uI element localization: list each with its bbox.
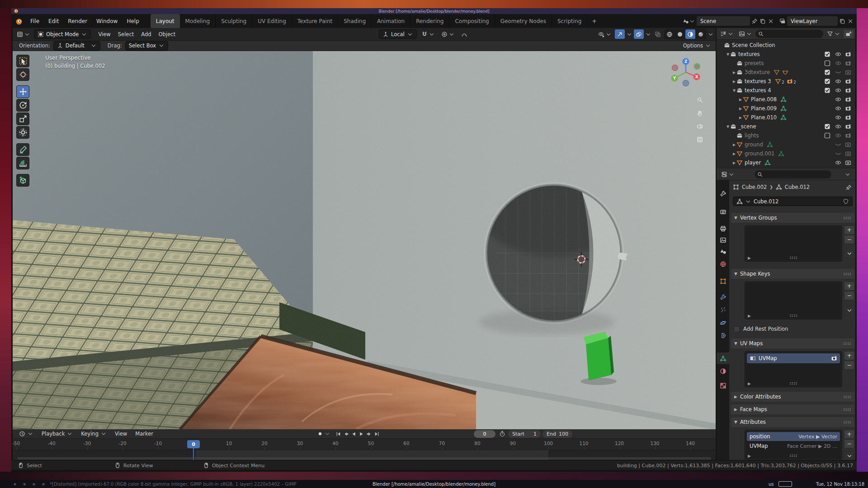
outliner-row-3dtexture[interactable]: ▶ 3dtexture	[717, 68, 855, 77]
exclude-checkbox[interactable]	[824, 51, 830, 57]
list-remove-button[interactable]: −	[844, 291, 854, 300]
properties-tab-texture[interactable]	[717, 380, 729, 391]
expand-arrow[interactable]: ▶	[738, 107, 743, 111]
list-remove-button[interactable]: −	[844, 439, 854, 448]
filterimg-icon[interactable]	[739, 31, 745, 37]
disable-render-toggle[interactable]	[845, 87, 851, 94]
funnel-icon[interactable]	[827, 31, 833, 37]
list-add-button[interactable]: +	[844, 430, 854, 439]
tool-transform-button[interactable]	[16, 126, 29, 139]
list-add-button[interactable]: +	[844, 351, 854, 360]
mesh-name-field[interactable]: Cube.012	[733, 197, 853, 206]
properties-tab-material[interactable]	[717, 365, 729, 377]
workspace-tab-modeling[interactable]: Modeling	[180, 14, 216, 28]
disable-render-toggle[interactable]	[845, 114, 851, 121]
exclude-checkbox[interactable]	[824, 69, 830, 75]
disable-render-toggle[interactable]	[845, 60, 851, 66]
breadcrumb-object[interactable]: Cube.002	[742, 184, 767, 190]
disable-render-toggle[interactable]	[845, 105, 851, 112]
workspace-tab-compositing[interactable]: Compositing	[449, 14, 495, 28]
outliner-row-plane-010[interactable]: ▶ Plane.010	[717, 113, 855, 122]
timeline-menu-playback[interactable]: Playback	[38, 430, 76, 438]
properties-tab-data[interactable]	[717, 352, 729, 364]
attribute-row-uvmap[interactable]: UVMap Face Corner ▶ 2D …	[747, 441, 840, 450]
green-cube-object[interactable]	[584, 332, 614, 380]
workspace-tab-rendering[interactable]: Rendering	[410, 14, 449, 28]
transform-orientation-dropdown[interactable]: Local	[379, 29, 417, 39]
panel-header-face-maps[interactable]: ▶Face Maps	[731, 404, 854, 414]
disable-render-toggle[interactable]	[845, 141, 851, 148]
outliner-search-input[interactable]	[755, 30, 823, 38]
proportional-editing-toggle[interactable]	[439, 30, 457, 38]
exclude-checkbox[interactable]	[824, 78, 830, 84]
menu-help[interactable]: Help	[123, 17, 143, 26]
tool-cursor-3d-button[interactable]	[16, 68, 29, 81]
exclude-checkbox[interactable]	[824, 87, 830, 94]
list-resize-grip[interactable]	[789, 382, 797, 385]
uv-render-toggle[interactable]	[831, 355, 837, 362]
panel-header-vertex-groups[interactable]: ▼Vertex Groups	[731, 213, 854, 223]
expand-arrow[interactable]: ▶	[732, 161, 736, 165]
editor-type-icon[interactable]	[17, 31, 23, 38]
disable-render-toggle[interactable]	[845, 78, 851, 84]
tool-tweak-select-button[interactable]	[16, 55, 29, 67]
hide-viewport-toggle[interactable]	[835, 105, 841, 112]
list-expand-arrow[interactable]: ▶	[748, 381, 751, 386]
list-add-button[interactable]: +	[844, 225, 854, 235]
timeline-menu-keying[interactable]: Keying	[77, 430, 110, 438]
outliner-filter-dropdown[interactable]	[825, 30, 842, 38]
expand-arrow[interactable]: ▶	[732, 143, 736, 147]
properties-tab-particles[interactable]	[717, 304, 729, 315]
workspace-tab-uv-editing[interactable]: UV Editing	[252, 14, 292, 28]
viewport-canvas[interactable]: Z X Y	[13, 51, 716, 429]
menu-edit[interactable]: Edit	[44, 17, 63, 26]
viewlayer-name-field[interactable]: ViewLayer	[787, 16, 838, 26]
properties-tab-tool[interactable]	[717, 188, 729, 199]
drag-dropdown[interactable]: Select Box	[125, 41, 169, 51]
viewport-menu-select[interactable]: Select	[114, 30, 137, 39]
exclude-checkbox[interactable]	[824, 60, 830, 66]
list-remove-button[interactable]: −	[844, 235, 854, 244]
expand-arrow[interactable]: ▶	[732, 152, 736, 156]
properties-options-chevron[interactable]	[843, 170, 853, 178]
jumpstart-button[interactable]	[335, 430, 342, 438]
hide-viewport-toggle[interactable]	[835, 141, 841, 148]
window-titlebar[interactable]: Blender [/home/amalie/Desktop/blender/mo…	[11, 8, 857, 14]
disable-render-toggle[interactable]	[845, 69, 851, 75]
properties-tab-object[interactable]	[717, 275, 729, 287]
outliner-row-textures-3[interactable]: ▶ textures 3 22	[717, 77, 855, 86]
hide-viewport-toggle[interactable]	[835, 69, 841, 75]
new-collection-button[interactable]	[844, 30, 854, 38]
copy-viewlayer-button[interactable]	[839, 18, 846, 24]
remove-viewlayer-button[interactable]	[847, 18, 854, 24]
show-object-types-dropdown[interactable]	[596, 30, 613, 38]
viewport-menu-view[interactable]: View	[94, 30, 114, 39]
viewport-menu-object[interactable]: Object	[155, 30, 179, 39]
outliner-row--scene[interactable]: ▼ _scene	[717, 122, 855, 131]
exclude-checkbox[interactable]	[824, 123, 830, 130]
expand-arrow[interactable]: ▶	[738, 98, 743, 102]
orientation-dropdown[interactable]: Default	[53, 41, 100, 51]
timeline-menu-marker[interactable]: Marker	[132, 430, 157, 438]
list-specials-dropdown[interactable]	[844, 451, 854, 460]
list-specials-dropdown[interactable]	[844, 249, 854, 258]
list-remove-button[interactable]: −	[844, 361, 854, 370]
newcoll-icon[interactable]	[845, 31, 852, 37]
stopwatch-icon[interactable]	[499, 431, 505, 437]
pin-scene-button[interactable]	[751, 18, 758, 24]
properties-tab-output[interactable]	[717, 223, 729, 235]
shading-solid-button[interactable]	[675, 29, 685, 39]
keyprev-button[interactable]	[343, 430, 349, 438]
jumpend-button[interactable]	[373, 430, 380, 438]
shading-wireframe-button[interactable]	[665, 29, 675, 39]
outliner-row-player[interactable]: ▶ player	[717, 158, 855, 167]
properties-search-input[interactable]	[755, 170, 831, 178]
disable-render-toggle[interactable]	[845, 132, 851, 139]
keynext-button[interactable]	[366, 430, 373, 438]
panel-header-shape-keys[interactable]: ▼Shape Keys	[731, 269, 854, 279]
scene-browse-button[interactable]	[682, 18, 696, 24]
panel-grip[interactable]	[843, 216, 851, 220]
taskbar-active-window[interactable]: Blender [/home/amalie/Desktop/blender/mo…	[373, 482, 495, 487]
add-workspace-button[interactable]: +	[587, 14, 601, 28]
tree-icon[interactable]	[720, 31, 726, 37]
